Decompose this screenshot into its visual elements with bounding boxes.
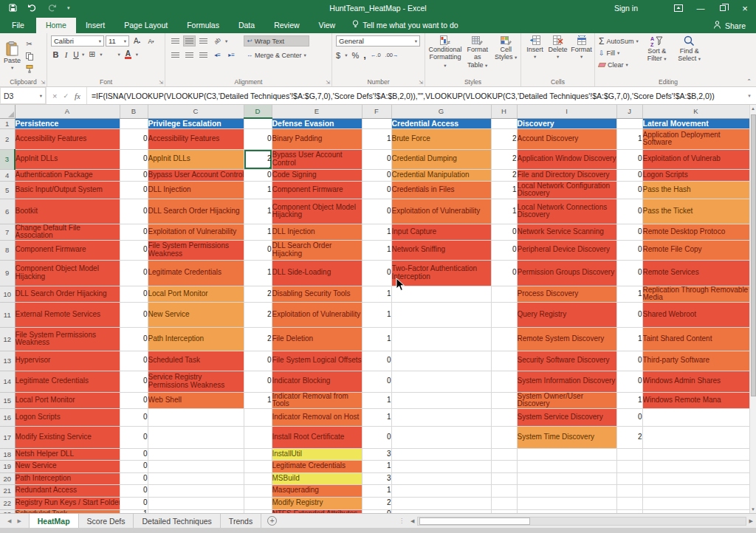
cell-D5[interactable]: 1: [244, 181, 272, 199]
cell-B19[interactable]: 0: [120, 460, 148, 472]
number-format-select[interactable]: General▾: [336, 35, 420, 47]
cell-K7[interactable]: Remote Desktop Protoco: [642, 224, 749, 240]
cell-K8[interactable]: Remote File Copy: [642, 240, 749, 260]
cell-D7[interactable]: 1: [244, 224, 272, 240]
cell-A5[interactable]: Basic Input/Output System: [15, 181, 120, 199]
shrink-font-icon[interactable]: A▾: [145, 35, 157, 47]
cell-J10[interactable]: 1: [616, 286, 642, 302]
sheet-tab-score-defs[interactable]: Score Defs: [79, 514, 134, 528]
cell-G17[interactable]: [391, 426, 491, 448]
format-cells-button[interactable]: Format ▾: [571, 35, 592, 77]
qat-customize-icon[interactable]: ▾: [67, 5, 70, 11]
cell-H8[interactable]: 0: [491, 240, 517, 260]
cell-J3[interactable]: 0: [616, 149, 642, 169]
increase-decimal-icon[interactable]: ←.0: [371, 52, 381, 58]
cell-K21[interactable]: [642, 484, 749, 497]
cell-J1[interactable]: [616, 118, 642, 128]
font-size-select[interactable]: 11▾: [106, 35, 129, 47]
cell-A18[interactable]: Netsh Helper DLL: [15, 448, 120, 460]
cell-J5[interactable]: 0: [616, 181, 642, 199]
cell-I3[interactable]: Application Window Discovery: [517, 149, 616, 169]
underline-button[interactable]: U: [72, 49, 80, 60]
cell-B17[interactable]: 0: [120, 426, 148, 448]
row-header-13[interactable]: 13: [0, 351, 15, 371]
cell-H16[interactable]: [491, 408, 517, 426]
cell-C21[interactable]: [148, 484, 244, 497]
clipboard-dialog-launcher[interactable]: ⇲: [41, 80, 45, 86]
cell-J20[interactable]: [616, 472, 642, 484]
row-header-4[interactable]: 4: [0, 169, 15, 181]
cell-F3[interactable]: 0: [362, 149, 391, 169]
cell-B22[interactable]: 0: [120, 497, 148, 509]
cell-K2[interactable]: Application Deployment Software: [642, 128, 749, 149]
cell-K15[interactable]: Windows Remote Mana: [642, 392, 749, 408]
cell-H21[interactable]: [491, 484, 517, 497]
cell-B21[interactable]: 0: [120, 484, 148, 497]
cell-I4[interactable]: File and Directory Discovery: [517, 169, 616, 181]
cell-C20[interactable]: [148, 472, 244, 484]
cell-D2[interactable]: 0: [244, 128, 272, 149]
cell-H2[interactable]: 2: [491, 128, 517, 149]
cell-E21[interactable]: Masquerading: [272, 484, 362, 497]
cell-H5[interactable]: 1: [491, 181, 517, 199]
confirm-entry-icon[interactable]: ✓: [63, 92, 69, 100]
cell-G12[interactable]: [391, 327, 491, 351]
ribbon-tab-page-layout[interactable]: Page Layout: [114, 18, 177, 33]
row-header-9[interactable]: 9: [0, 260, 15, 286]
cell-I8[interactable]: Peripheral Device Discovery: [517, 240, 616, 260]
number-dialog-launcher[interactable]: ⇲: [419, 80, 423, 86]
cell-A16[interactable]: Logon Scripts: [15, 408, 120, 426]
ribbon-tab-formulas[interactable]: Formulas: [177, 18, 229, 33]
autosum-button[interactable]: Σ AutoSum ▾: [599, 35, 639, 47]
cell-K4[interactable]: Logon Scripts: [642, 169, 749, 181]
cell-F22[interactable]: 2: [362, 497, 391, 509]
cell-H15[interactable]: [491, 392, 517, 408]
borders-dropdown[interactable]: ▾: [100, 52, 102, 58]
alignment-dialog-launcher[interactable]: ⇲: [326, 80, 330, 86]
cell-F14[interactable]: 0: [362, 371, 391, 392]
cell-B2[interactable]: 0: [120, 128, 148, 149]
align-middle-icon[interactable]: [183, 35, 196, 47]
cell-J12[interactable]: 1: [616, 327, 642, 351]
undo-icon[interactable]: [27, 1, 37, 15]
close-button[interactable]: ×: [734, 0, 756, 16]
row-header-20[interactable]: 20: [0, 472, 15, 484]
scroll-up-icon[interactable]: ▲: [750, 106, 756, 111]
borders-icon[interactable]: ⊞: [86, 49, 98, 60]
cell-F10[interactable]: 1: [362, 286, 391, 302]
cell-J15[interactable]: 1: [616, 392, 642, 408]
cell-F8[interactable]: 1: [362, 240, 391, 260]
cell-D18[interactable]: [244, 448, 272, 460]
minimize-button[interactable]: —: [690, 0, 712, 16]
cell-F18[interactable]: 3: [362, 448, 391, 460]
row-header-18[interactable]: 18: [0, 448, 15, 460]
cell-H18[interactable]: [491, 448, 517, 460]
cell-D6[interactable]: 1: [244, 199, 272, 224]
cell-H4[interactable]: 2: [491, 169, 517, 181]
cell-B4[interactable]: 0: [120, 169, 148, 181]
cell-I13[interactable]: Security Software Discovery: [517, 351, 616, 371]
cell-A21[interactable]: Redundant Access: [15, 484, 120, 497]
cell-F21[interactable]: 1: [362, 484, 391, 497]
cell-H19[interactable]: [491, 460, 517, 472]
cell-H17[interactable]: [491, 426, 517, 448]
cell-K17[interactable]: [642, 426, 749, 448]
share-button[interactable]: Share: [703, 21, 756, 33]
column-header-D[interactable]: D: [244, 105, 272, 118]
select-all-corner[interactable]: [0, 105, 15, 118]
font-dialog-launcher[interactable]: ⇲: [159, 80, 163, 86]
cell-B20[interactable]: 0: [120, 472, 148, 484]
sheet-tab-heatmap[interactable]: HeatMap: [29, 514, 79, 528]
tell-me-box[interactable]: Tell me what you want to do: [345, 20, 466, 33]
cell-K18[interactable]: [642, 448, 749, 460]
cell-I18[interactable]: [517, 448, 616, 460]
cell-B8[interactable]: 0: [120, 240, 148, 260]
cell-F9[interactable]: 0: [362, 260, 391, 286]
cell-J8[interactable]: 0: [616, 240, 642, 260]
row-header-11[interactable]: 11: [0, 302, 15, 327]
cut-icon[interactable]: ✂: [23, 38, 35, 49]
cell-K22[interactable]: [642, 497, 749, 509]
cell-B14[interactable]: 0: [120, 371, 148, 392]
name-box-dropdown[interactable]: ▾: [40, 93, 42, 99]
row-header-17[interactable]: 17: [0, 426, 15, 448]
